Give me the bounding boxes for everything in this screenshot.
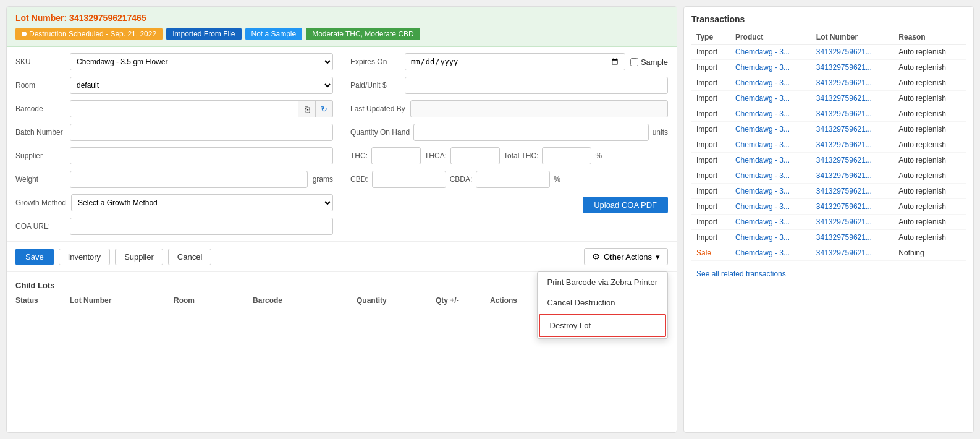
room-select[interactable]: default: [70, 77, 333, 94]
weight-label: Weight: [15, 175, 65, 184]
coa-group: COA URL: https://pbit-qa.s3.amazonaws.co…: [15, 218, 333, 235]
tx-product[interactable]: Chemdawg - 3...: [730, 153, 811, 168]
destroy-lot-item[interactable]: Destroy Lot: [539, 314, 666, 337]
tx-lot[interactable]: 341329759621...: [811, 106, 893, 122]
batch-input[interactable]: [70, 124, 333, 141]
tx-lot[interactable]: 341329759621...: [811, 230, 893, 245]
cancel-destruction-item[interactable]: Cancel Destruction: [538, 292, 667, 313]
print-barcode-item[interactable]: Print Barcode via Zebra Printer: [538, 272, 667, 292]
room-group: Room default: [15, 77, 333, 94]
table-row: ImportChemdawg - 3...341329759621...Auto…: [691, 168, 966, 184]
thca-input[interactable]: [450, 147, 500, 164]
badge-dot: [22, 32, 27, 36]
supplier-input[interactable]: Test: [70, 147, 333, 164]
tx-reason: Auto replenish: [893, 91, 966, 106]
sku-select[interactable]: Chemdawg - 3.5 gm Flower: [70, 53, 333, 70]
barcode-refresh-icon[interactable]: ↻: [316, 100, 333, 117]
table-row: ImportChemdawg - 3...341329759621...Auto…: [691, 184, 966, 199]
tx-product[interactable]: Chemdawg - 3...: [730, 122, 811, 137]
supplier-button[interactable]: Supplier: [115, 249, 163, 265]
table-row: ImportChemdawg - 3...341329759621...Auto…: [691, 45, 966, 60]
upload-coa-button[interactable]: Upload COA PDF: [583, 197, 668, 213]
barcode-input[interactable]: 3413297596217465: [70, 100, 298, 117]
other-actions-dropdown: Print Barcode via Zebra Printer Cancel D…: [537, 271, 668, 339]
tx-col-product: Product: [730, 30, 811, 45]
tx-reason: Auto replenish: [893, 137, 966, 153]
tx-lot[interactable]: 341329759621...: [811, 153, 893, 168]
paid-input[interactable]: 35.0: [405, 77, 668, 94]
badge-imported: Imported From File: [166, 28, 241, 40]
tx-product[interactable]: Chemdawg - 3...: [730, 168, 811, 184]
expires-input[interactable]: [405, 53, 625, 70]
tx-product[interactable]: Chemdawg - 3...: [730, 45, 811, 60]
tx-type: Import: [691, 153, 730, 168]
tx-product[interactable]: Chemdawg - 3...: [730, 230, 811, 245]
cbda-input[interactable]: [476, 171, 550, 188]
col-quantity: Quantity: [357, 296, 431, 305]
transactions-title: Transactions: [691, 14, 966, 24]
tx-product[interactable]: Chemdawg - 3...: [730, 184, 811, 199]
tx-product[interactable]: Chemdawg - 3...: [730, 60, 811, 75]
batch-group: Batch Number: [15, 124, 333, 141]
coa-input[interactable]: https://pbit-qa.s3.amazonaws.com/coa/332…: [70, 218, 333, 235]
save-button[interactable]: Save: [15, 249, 54, 265]
col-lot-number: Lot Number: [70, 296, 169, 305]
tx-product[interactable]: Chemdawg - 3...: [730, 245, 811, 261]
col-status: Status: [15, 296, 65, 305]
badge-destruction-text: Destruction Scheduled - Sep. 21, 2022: [29, 30, 156, 38]
tx-reason: Auto replenish: [893, 230, 966, 245]
tx-lot[interactable]: 341329759621...: [811, 245, 893, 261]
col-qty-plus-minus: Qty +/-: [436, 296, 485, 305]
col-barcode: Barcode: [253, 296, 352, 305]
tx-product[interactable]: Chemdawg - 3...: [730, 137, 811, 153]
main-panel: Lot Number: 3413297596217465 Destruction…: [6, 6, 677, 433]
tx-reason: Auto replenish: [893, 153, 966, 168]
thca-label: THCA:: [425, 151, 447, 160]
last-updated-label: Last Updated By: [350, 104, 405, 113]
tx-product[interactable]: Chemdawg - 3...: [730, 199, 811, 215]
tx-type: Import: [691, 137, 730, 153]
other-actions-label: Other Actions: [604, 252, 652, 262]
weight-input[interactable]: 28.0: [70, 171, 308, 188]
tx-type: Import: [691, 230, 730, 245]
cancel-button[interactable]: Cancel: [168, 249, 211, 265]
tx-lot[interactable]: 341329759621...: [811, 168, 893, 184]
badges-row: Destruction Scheduled - Sep. 21, 2022 Im…: [15, 28, 668, 40]
total-thc-input[interactable]: [542, 147, 591, 164]
qty-input[interactable]: 27.0: [413, 124, 649, 141]
tx-lot[interactable]: 341329759621...: [811, 122, 893, 137]
cbd-input[interactable]: 4.0: [372, 171, 446, 188]
tx-product[interactable]: Chemdawg - 3...: [730, 75, 811, 91]
tx-lot[interactable]: 341329759621...: [811, 60, 893, 75]
badge-thc: Moderate THC, Moderate CBD: [306, 28, 420, 40]
tx-lot[interactable]: 341329759621...: [811, 75, 893, 91]
table-row: ImportChemdawg - 3...341329759621...Auto…: [691, 91, 966, 106]
table-row: ImportChemdawg - 3...341329759621...Auto…: [691, 199, 966, 215]
tx-lot[interactable]: 341329759621...: [811, 137, 893, 153]
last-updated-input[interactable]: Leslie Terada: [410, 100, 668, 117]
tx-type: Import: [691, 91, 730, 106]
see-all-transactions-link[interactable]: See all related transactions: [691, 267, 966, 281]
growth-select[interactable]: Select a Growth Method: [71, 194, 333, 211]
tx-lot[interactable]: 341329759621...: [811, 91, 893, 106]
qty-unit: units: [653, 128, 668, 137]
sample-checkbox[interactable]: [630, 58, 638, 66]
tx-reason: Auto replenish: [893, 168, 966, 184]
badge-destruction: Destruction Scheduled - Sep. 21, 2022: [15, 28, 163, 40]
supplier-label: Supplier: [15, 151, 65, 160]
sku-group: SKU Chemdawg - 3.5 gm Flower: [15, 53, 333, 70]
weight-unit: grams: [313, 175, 333, 184]
tx-product[interactable]: Chemdawg - 3...: [730, 106, 811, 122]
tx-lot[interactable]: 341329759621...: [811, 215, 893, 230]
tx-lot[interactable]: 341329759621...: [811, 45, 893, 60]
thc-input[interactable]: 15.0: [371, 147, 421, 164]
tx-lot[interactable]: 341329759621...: [811, 184, 893, 199]
other-actions-button[interactable]: ⚙ Other Actions ▾: [584, 248, 668, 265]
tx-product[interactable]: Chemdawg - 3...: [730, 91, 811, 106]
barcode-copy-icon[interactable]: ⎘: [298, 100, 316, 117]
tx-product[interactable]: Chemdawg - 3...: [730, 215, 811, 230]
inventory-button[interactable]: Inventory: [59, 249, 110, 265]
tx-type: Sale: [691, 245, 730, 261]
batch-label: Batch Number: [15, 128, 65, 137]
tx-lot[interactable]: 341329759621...: [811, 199, 893, 215]
